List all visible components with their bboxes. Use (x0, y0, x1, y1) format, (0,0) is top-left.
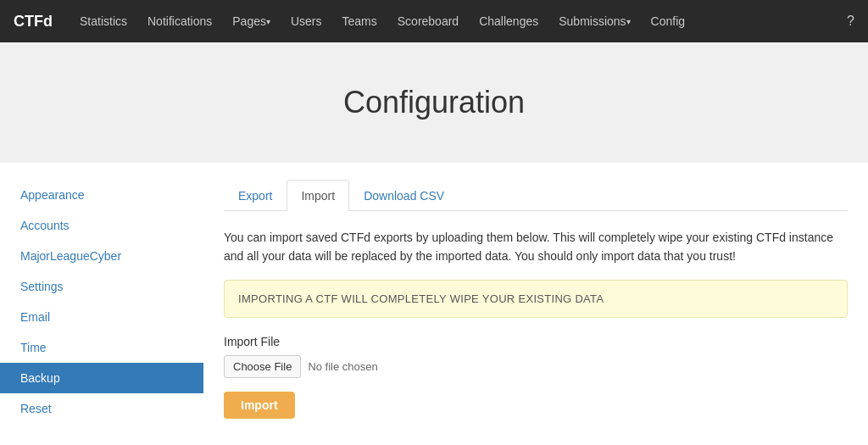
content-area: Export Import Download CSV You can impor… (203, 163, 868, 441)
nav-scoreboard[interactable]: Scoreboard (387, 0, 469, 42)
nav-notifications[interactable]: Notifications (137, 0, 222, 42)
sidebar-item-majorleaguecyber[interactable]: MajorLeagueCyber (0, 241, 203, 271)
sidebar-item-email[interactable]: Email (0, 302, 203, 332)
help-icon[interactable]: ? (847, 14, 854, 29)
sidebar-item-backup[interactable]: Backup (0, 363, 203, 393)
sidebar-item-reset[interactable]: Reset (0, 393, 203, 424)
page-title: Configuration (17, 85, 851, 120)
sidebar-item-settings[interactable]: Settings (0, 271, 203, 302)
nav-links: Statistics Notifications Pages Users Tea… (70, 0, 847, 42)
import-button[interactable]: Import (224, 392, 295, 419)
file-name-label: No file chosen (308, 360, 377, 373)
brand-logo[interactable]: CTFd (14, 13, 53, 31)
main-layout: Appearance Accounts MajorLeagueCyber Set… (0, 163, 868, 441)
import-description: You can import saved CTFd exports by upl… (224, 228, 848, 266)
page-header: Configuration (0, 42, 868, 163)
sidebar-item-accounts[interactable]: Accounts (0, 210, 203, 241)
nav-challenges[interactable]: Challenges (469, 0, 548, 42)
nav-submissions[interactable]: Submissions (548, 0, 640, 42)
nav-config[interactable]: Config (641, 0, 695, 42)
nav-users[interactable]: Users (281, 0, 332, 42)
file-input-group: Import File Choose File No file chosen (224, 335, 848, 378)
nav-pages[interactable]: Pages (222, 0, 281, 42)
sidebar-item-time[interactable]: Time (0, 332, 203, 363)
tab-export[interactable]: Export (224, 180, 287, 211)
sidebar-item-appearance[interactable]: Appearance (0, 180, 203, 210)
file-label: Import File (224, 335, 848, 348)
tab-download-csv[interactable]: Download CSV (349, 180, 459, 211)
file-input-wrapper: Choose File No file chosen (224, 355, 848, 378)
warning-box: IMPORTING A CTF WILL COMPLETELY WIPE YOU… (224, 280, 848, 318)
nav-statistics[interactable]: Statistics (70, 0, 137, 42)
choose-file-button[interactable]: Choose File (224, 355, 301, 378)
tab-import[interactable]: Import (287, 180, 349, 211)
tab-bar: Export Import Download CSV (224, 180, 848, 211)
sidebar: Appearance Accounts MajorLeagueCyber Set… (0, 163, 203, 441)
warning-text: IMPORTING A CTF WILL COMPLETELY WIPE YOU… (238, 292, 604, 305)
navbar: CTFd Statistics Notifications Pages User… (0, 0, 868, 42)
nav-teams[interactable]: Teams (332, 0, 387, 42)
